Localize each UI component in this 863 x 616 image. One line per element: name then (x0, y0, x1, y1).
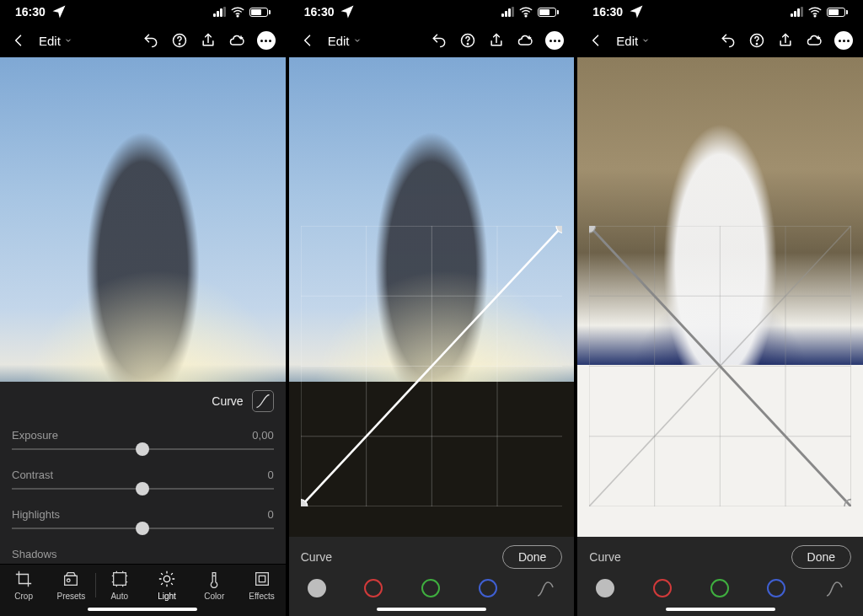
curve-bottom-panel: Curve Done (577, 537, 863, 616)
curve-icon[interactable] (252, 390, 274, 412)
battery-icon (827, 8, 848, 17)
curve-bottom-panel: Curve Done (289, 537, 575, 616)
cloud-add-icon[interactable] (806, 32, 823, 49)
edit-dropdown[interactable]: Edit (39, 34, 72, 48)
svg-rect-8 (259, 576, 265, 581)
status-time: 16:30 (592, 5, 623, 19)
curve-chart-normal[interactable] (301, 226, 563, 506)
screenshot-2: 16:30 Edit (289, 0, 575, 616)
share-icon[interactable] (777, 32, 794, 49)
photo-canvas[interactable]: Curve Done (577, 57, 863, 616)
more-icon[interactable] (834, 31, 853, 50)
slider-contrast: Contrast0 (0, 460, 286, 500)
channel-rgb[interactable] (596, 579, 614, 597)
svg-rect-5 (113, 573, 126, 586)
tab-light[interactable]: Light (143, 570, 190, 601)
back-icon[interactable] (10, 32, 27, 49)
channel-selector (589, 579, 851, 597)
svg-point-11 (468, 44, 469, 45)
wifi-icon (807, 3, 823, 20)
location-icon (628, 3, 645, 20)
channel-rgb[interactable] (308, 579, 326, 597)
channel-blue[interactable] (479, 579, 497, 597)
done-button[interactable]: Done (791, 545, 851, 569)
help-icon[interactable] (748, 32, 765, 49)
help-icon[interactable] (459, 32, 476, 49)
undo-icon[interactable] (720, 32, 737, 49)
status-time: 16:30 (304, 5, 335, 19)
top-toolbar: Edit (0, 24, 286, 57)
status-bar: 16:30 (577, 0, 863, 24)
cellular-signal-icon (501, 7, 514, 17)
light-panel: Curve Exposure0,00 Contrast0 Highlights0… (0, 382, 286, 616)
photo-canvas[interactable]: Curve Exposure0,00 Contrast0 Highlights0… (0, 57, 286, 616)
home-indicator[interactable] (88, 608, 197, 611)
status-bar: 16:30 (0, 0, 286, 24)
svg-point-0 (237, 15, 239, 17)
svg-point-6 (163, 576, 169, 581)
status-bar: 16:30 (289, 0, 575, 24)
more-icon[interactable] (257, 31, 276, 50)
channel-red[interactable] (653, 579, 672, 597)
home-indicator[interactable] (377, 608, 486, 611)
svg-point-2 (179, 44, 180, 45)
edit-dropdown[interactable]: Edit (616, 34, 650, 48)
tab-auto[interactable]: Auto (96, 570, 143, 601)
undo-icon[interactable] (431, 32, 448, 49)
tone-curve-editor[interactable] (301, 226, 563, 506)
svg-point-4 (67, 579, 71, 582)
undo-icon[interactable] (142, 32, 159, 49)
screenshot-1: 16:30 Edit Curve (0, 0, 286, 616)
help-icon[interactable] (171, 32, 188, 49)
location-icon (51, 3, 67, 20)
share-icon[interactable] (488, 32, 505, 49)
back-icon[interactable] (299, 32, 316, 49)
share-icon[interactable] (200, 32, 217, 49)
channel-blue[interactable] (767, 579, 785, 597)
cellular-signal-icon (791, 7, 803, 17)
curve-chart-inverted[interactable] (589, 226, 851, 506)
wifi-icon (517, 3, 534, 20)
cellular-signal-icon (213, 7, 226, 17)
more-icon[interactable] (545, 31, 564, 50)
tab-effects[interactable]: Effects (238, 570, 285, 601)
slider-exposure: Exposure0,00 (0, 420, 286, 460)
home-indicator[interactable] (666, 608, 775, 611)
channel-selector (301, 579, 563, 597)
slider-highlights: Highlights0 (0, 500, 286, 539)
channel-green[interactable] (421, 579, 440, 597)
parametric-curve-icon[interactable] (535, 579, 555, 597)
channel-green[interactable] (710, 579, 729, 597)
svg-point-18 (756, 44, 757, 45)
photo-canvas[interactable]: Curve Done (289, 57, 575, 616)
curve-button-label: Curve (212, 394, 243, 408)
screenshot-3: 16:30 Edit (577, 0, 863, 616)
edit-dropdown[interactable]: Edit (328, 34, 362, 48)
top-toolbar: Edit (577, 24, 863, 57)
exposure-slider[interactable] (12, 448, 274, 450)
slider-shadows: Shadows0 (0, 539, 286, 564)
contrast-slider[interactable] (12, 488, 274, 490)
cloud-add-icon[interactable] (228, 32, 245, 49)
status-time: 16:30 (15, 5, 46, 19)
battery-icon (249, 8, 271, 17)
tab-color[interactable]: Color (190, 570, 238, 601)
tab-presets[interactable]: Presets (47, 570, 94, 601)
highlights-slider[interactable] (12, 528, 274, 529)
svg-rect-7 (255, 573, 268, 586)
svg-point-16 (814, 15, 816, 17)
parametric-curve-icon[interactable] (824, 579, 844, 597)
wifi-icon (229, 3, 246, 20)
curve-label: Curve (589, 550, 620, 564)
svg-point-9 (526, 15, 528, 17)
back-icon[interactable] (587, 32, 604, 49)
channel-red[interactable] (364, 579, 383, 597)
tab-crop[interactable]: Crop (0, 570, 47, 601)
done-button[interactable]: Done (502, 545, 562, 569)
top-toolbar: Edit (289, 24, 575, 57)
battery-icon (538, 8, 559, 17)
tone-curve-editor[interactable] (589, 226, 851, 506)
curve-label: Curve (301, 550, 332, 564)
cloud-add-icon[interactable] (517, 32, 533, 49)
location-icon (339, 3, 356, 20)
